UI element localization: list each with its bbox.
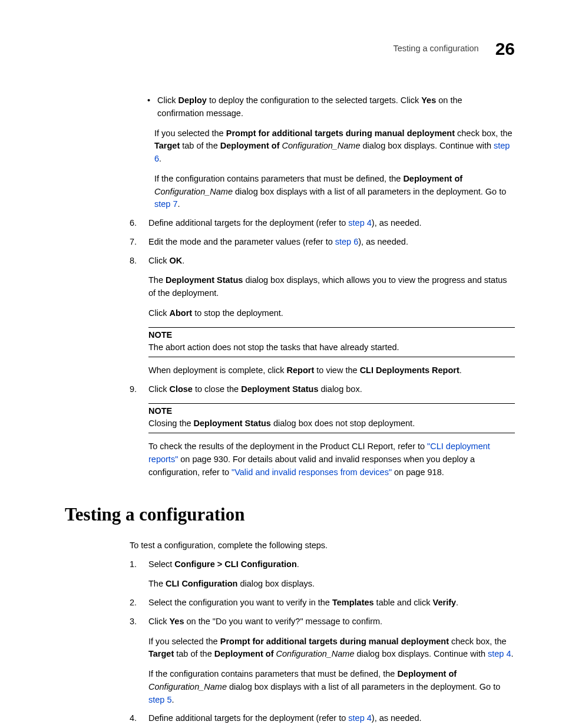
italic: Configuration_Name — [282, 141, 361, 150]
cross-ref-link[interactable]: step 4 — [348, 713, 372, 723]
cross-ref-link[interactable]: step 5 — [148, 695, 172, 704]
bold: Report — [287, 365, 315, 375]
text: The — [148, 579, 166, 588]
cross-ref-link[interactable]: "Valid and invalid responses from device… — [232, 467, 392, 477]
bold: Deployment Status — [194, 419, 271, 428]
text: Click — [148, 256, 169, 265]
bold: Prompt for additional targets during man… — [220, 637, 449, 646]
paragraph: If you selected the Prompt for additiona… — [148, 635, 515, 661]
text: to stop the deployment. — [192, 308, 283, 318]
italic: Configuration_Name — [148, 682, 227, 691]
bold: Close — [169, 384, 193, 394]
text: tab of the — [174, 649, 214, 658]
text: dialog box displays. — [237, 579, 315, 588]
paragraph: When deployment is complete, click Repor… — [148, 364, 515, 377]
note-label: NOTE — [148, 329, 515, 342]
step-number: 8. — [130, 255, 140, 268]
paragraph: The CLI Configuration dialog box display… — [148, 578, 515, 591]
text: dialog box displays with a list of all p… — [233, 187, 506, 196]
text: dialog box. — [319, 384, 362, 394]
text: . — [297, 559, 299, 569]
note-label: NOTE — [148, 405, 515, 418]
text: Closing the — [148, 419, 194, 428]
text: To check the results of the deployment i… — [148, 442, 427, 451]
step-6: 6. Define additional targets for the dep… — [130, 217, 515, 230]
text: dialog box displays. Continue with — [361, 141, 494, 150]
test-step-3: 3. Click Yes on the "Do you want to veri… — [130, 615, 515, 628]
bold: Deployment Status — [241, 384, 318, 394]
text: Define additional targets for the deploy… — [148, 218, 348, 228]
text: If the configuration contains parameters… — [148, 669, 397, 678]
test-step-1: 1. Select Configure > CLI Configuration. — [130, 558, 515, 571]
text: If you selected the — [148, 637, 220, 646]
paragraph: To check the results of the deployment i… — [148, 440, 515, 479]
bold: Deployment of — [214, 649, 274, 658]
note-text: Closing the Deployment Status dialog box… — [148, 417, 515, 430]
cross-ref-link[interactable]: step 4 — [488, 649, 511, 658]
text: . — [178, 199, 180, 209]
bold: Configure > CLI Configuration — [174, 559, 296, 569]
text: check box, the — [455, 129, 513, 138]
text: Click — [148, 617, 169, 626]
test-step-4: 4. Define additional targets for the dep… — [130, 712, 515, 725]
text: The — [148, 275, 166, 285]
bold: Deploy — [178, 95, 207, 105]
test-step-2: 2. Select the configuration you want to … — [130, 597, 515, 610]
step-7: 7. Edit the mode and the parameter value… — [130, 236, 515, 249]
bold: Verify — [433, 598, 457, 607]
text: Define additional targets for the deploy… — [148, 713, 348, 723]
text: to view the — [314, 365, 359, 375]
note-box: NOTE Closing the Deployment Status dialo… — [148, 403, 515, 434]
step-number: 6. — [130, 217, 140, 230]
bold: Yes — [421, 95, 436, 105]
text: When deployment is complete, click — [148, 365, 287, 375]
bullet-icon: • — [147, 94, 150, 120]
bold: Target — [148, 649, 174, 658]
text: Select the configuration you want to ver… — [148, 598, 332, 607]
italic: Configuration_Name — [276, 649, 355, 658]
text: dialog box does not stop deployment. — [271, 419, 415, 428]
text: . — [159, 154, 161, 163]
step-number: 4. — [130, 712, 140, 725]
text: If you selected the — [154, 129, 226, 138]
text: check box, the — [449, 637, 507, 646]
text: . — [459, 365, 462, 375]
step-number: 3. — [130, 615, 140, 628]
text: Click — [148, 308, 169, 318]
paragraph: Click Abort to stop the deployment. — [148, 307, 515, 320]
note-box: NOTE The abort action does not stop the … — [148, 327, 515, 358]
step-number: 1. — [130, 558, 140, 571]
text: . — [182, 256, 184, 265]
text: on page 918. — [392, 467, 444, 477]
text: Click — [148, 384, 169, 394]
intro-text: To test a configuration, complete the fo… — [130, 539, 515, 552]
text: Click — [157, 95, 178, 105]
paragraph: If the configuration contains parameters… — [154, 173, 515, 211]
text: table and click — [374, 598, 433, 607]
bold: Templates — [332, 598, 374, 607]
step-number: 9. — [130, 383, 140, 396]
step-number: 2. — [130, 597, 140, 610]
italic: Configuration_Name — [154, 187, 233, 196]
cross-ref-link[interactable]: step 4 — [348, 218, 372, 228]
section-heading: Testing a configuration — [65, 501, 515, 529]
text: dialog box displays. Continue with — [355, 649, 488, 658]
text: Edit the mode and the parameter values (… — [148, 237, 335, 246]
step-number: 7. — [130, 236, 140, 249]
bold: Deployment of — [403, 174, 462, 183]
paragraph: The Deployment Status dialog box display… — [148, 274, 515, 300]
text: ), as needed. — [372, 713, 422, 723]
bold: OK — [169, 256, 182, 265]
cross-ref-link[interactable]: step 7 — [154, 199, 178, 209]
header-title: Testing a configuration — [394, 42, 479, 55]
bold: Deployment Status — [166, 275, 243, 285]
text: Select — [148, 559, 174, 569]
note-text: The abort action does not stop the tasks… — [148, 341, 515, 354]
bold: Target — [154, 141, 180, 150]
chapter-number: 26 — [495, 35, 515, 62]
bold: CLI Deployments Report — [360, 365, 459, 375]
cross-ref-link[interactable]: step 6 — [335, 237, 359, 246]
paragraph: If the configuration contains parameters… — [148, 668, 515, 706]
text: to close the — [193, 384, 241, 394]
bold: Abort — [169, 308, 192, 318]
